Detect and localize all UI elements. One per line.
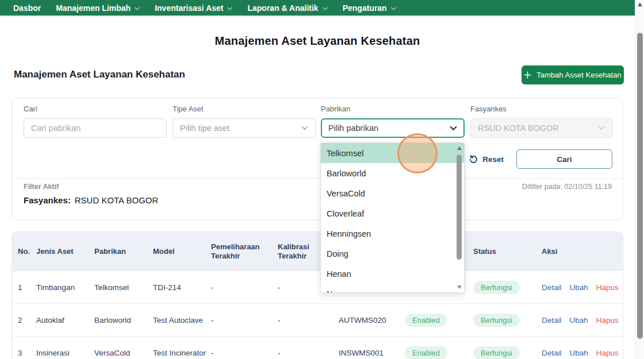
pabrikan-label: Pabrikan [321, 105, 465, 113]
nav-item-dasbor[interactable]: Dasbor [13, 3, 41, 13]
dropdown-scrollbar-thumb[interactable] [457, 155, 462, 260]
add-asset-button[interactable]: Tambah Asset Kesehatan [522, 65, 624, 84]
reset-icon [469, 155, 478, 164]
cell-jenis-aset: Autoklaf [36, 316, 94, 325]
filtered-at-text: Difilter pada: 02/10/25 11:19 [522, 183, 612, 191]
nav-item-inventarisasi-aset[interactable]: Inventarisasi Aset [155, 3, 232, 13]
nav-label: Manajemen Limbah [56, 3, 131, 13]
table-row: 1 Timbangan Telkomsel TDI-214 - - Berfun… [12, 271, 623, 303]
nav-label: Laporan & Analitik [247, 3, 318, 13]
cell-nomor-seri: INSWMS001 [339, 349, 405, 357]
cell-model: Test Incinerator [153, 349, 211, 357]
assets-table: No. Jenis Aset Pabrikan Model Pemelihara… [12, 231, 623, 359]
cell-kalibrasi: - [278, 349, 339, 357]
chevron-down-icon [391, 7, 396, 10]
cell-pabrikan: VersaCold [94, 349, 153, 357]
page-scrollbar[interactable] [635, 0, 644, 359]
filter-buttons-row: Reset Cari [469, 149, 612, 169]
scroll-up-icon[interactable] [638, 2, 642, 6]
cell-jenis-aset: Insinerasi [36, 349, 94, 357]
ubah-link[interactable]: Ubah [570, 349, 588, 357]
table-header-row: No. Jenis Aset Pabrikan Model Pemelihara… [12, 232, 623, 271]
cell-pemeliharaan: - [211, 316, 278, 325]
ubah-link[interactable]: Ubah [570, 316, 588, 325]
filter-group-pabrikan: Pabrikan Pilih pabrikan [321, 105, 465, 138]
dropdown-option-versacold[interactable]: VersaCold [321, 183, 464, 203]
cell-no: 3 [12, 349, 36, 357]
app-root: Dasbor Manajemen Limbah Inventarisasi As… [0, 0, 644, 359]
cell-kalibrasi: - [278, 316, 339, 325]
cell-model: Test Autoclave [153, 316, 211, 325]
reset-button[interactable]: Reset [469, 155, 504, 164]
tipe-aset-select[interactable]: Pilih tipe aset [172, 118, 316, 138]
cell-nomor-seri: AUTWMS020 [339, 316, 405, 325]
fasyankes-label: Fasyankes [470, 105, 612, 113]
cell-pemeliharaan: - [211, 349, 278, 357]
chevron-down-icon [323, 7, 328, 10]
dropdown-option-clipped[interactable]: N [321, 284, 464, 293]
dropdown-option-doing[interactable]: Doing [321, 244, 464, 264]
filter-group-fasyankes: Fasyankes RSUD KOTA BOGOR [470, 105, 612, 138]
nav-label: Pengaturan [343, 3, 387, 13]
fasyankes-value: RSUD KOTA BOGOR [478, 123, 559, 133]
col-header-status: Status [473, 247, 542, 256]
table-row: 3 Insinerasi VersaCold Test Incinerator … [12, 336, 623, 359]
row-actions: Detail Ubah Hapus [542, 316, 623, 325]
detail-link[interactable]: Detail [542, 316, 562, 325]
active-filter-key: Fasyankes: [24, 195, 71, 205]
detail-link[interactable]: Detail [542, 283, 562, 292]
dropdown-option-cloverleaf[interactable]: Cloverleaf [321, 203, 464, 223]
pabrikan-dropdown-menu: Telkomsel Barloworld VersaCold Cloverlea… [320, 142, 465, 293]
nav-item-manajemen-limbah[interactable]: Manajemen Limbah [56, 3, 140, 13]
hapus-link[interactable]: Hapus [596, 316, 619, 325]
plus-icon [524, 71, 531, 79]
cell-no: 2 [12, 316, 36, 325]
scroll-down-icon[interactable] [457, 285, 462, 289]
cell-pabrikan: Telkomsel [94, 283, 153, 292]
cari-search-button[interactable]: Cari [516, 149, 612, 169]
chevron-down-icon [301, 126, 308, 130]
detail-link[interactable]: Detail [542, 349, 562, 357]
nav-item-laporan-analitik[interactable]: Laporan & Analitik [247, 3, 327, 13]
row-actions: Detail Ubah Hapus [542, 283, 623, 292]
hapus-link[interactable]: Hapus [596, 283, 619, 292]
row-actions: Detail Ubah Hapus [542, 349, 623, 357]
pabrikan-value: Pilih pabrikan [328, 123, 378, 133]
dropdown-option-barloworld[interactable]: Barloworld [321, 163, 464, 183]
reset-label: Reset [482, 155, 504, 164]
status-badge: Berfungsi [473, 281, 520, 294]
cell-no: 1 [12, 283, 36, 292]
active-filter-title: Filter Aktif [24, 183, 59, 191]
top-navbar: Dasbor Manajemen Limbah Inventarisasi As… [0, 0, 635, 16]
col-header-model: Model [153, 247, 211, 256]
enabled-badge: Enabled [405, 346, 447, 359]
cell-jenis-aset: Timbangan [36, 283, 94, 292]
table-row: 2 Autoklaf Barloworld Test Autoclave - -… [12, 303, 623, 336]
col-header-pabrikan: Pabrikan [94, 247, 153, 256]
active-filter-value: RSUD KOTA BOGOR [75, 195, 159, 205]
col-header-jenis-aset: Jenis Aset [36, 247, 94, 256]
nav-item-pengaturan[interactable]: Pengaturan [343, 3, 396, 13]
page-scrollbar-thumb[interactable] [637, 33, 643, 339]
pabrikan-select[interactable]: Pilih pabrikan [321, 118, 465, 138]
chevron-down-icon [450, 126, 457, 131]
hapus-link[interactable]: Hapus [596, 349, 619, 357]
dropdown-option-henan[interactable]: Henan [321, 264, 464, 284]
scroll-up-icon[interactable] [457, 146, 462, 150]
chevron-down-icon [227, 7, 232, 10]
tipe-aset-value: Pilih tipe aset [180, 123, 229, 133]
cell-model: TDI-214 [153, 283, 211, 292]
ubah-link[interactable]: Ubah [570, 283, 588, 292]
col-header-no: No. [12, 247, 36, 256]
search-input[interactable] [31, 123, 159, 133]
status-badge: Berfungsi [473, 314, 520, 327]
dropdown-option-telkomsel[interactable]: Telkomsel [321, 143, 464, 163]
col-header-aksi: Aksi [542, 247, 623, 256]
filter-group-cari: Cari [24, 105, 167, 138]
cell-pemeliharaan: - [211, 283, 278, 292]
active-filter-line: Fasyankes:RSUD KOTA BOGOR [24, 195, 158, 205]
page-title: Manajemen Aset Layanan Kesehatan [0, 34, 635, 48]
dropdown-option-henningsen[interactable]: Henningsen [321, 223, 464, 244]
search-input-wrap [24, 118, 167, 138]
dropdown-scrollbar[interactable] [455, 145, 463, 291]
